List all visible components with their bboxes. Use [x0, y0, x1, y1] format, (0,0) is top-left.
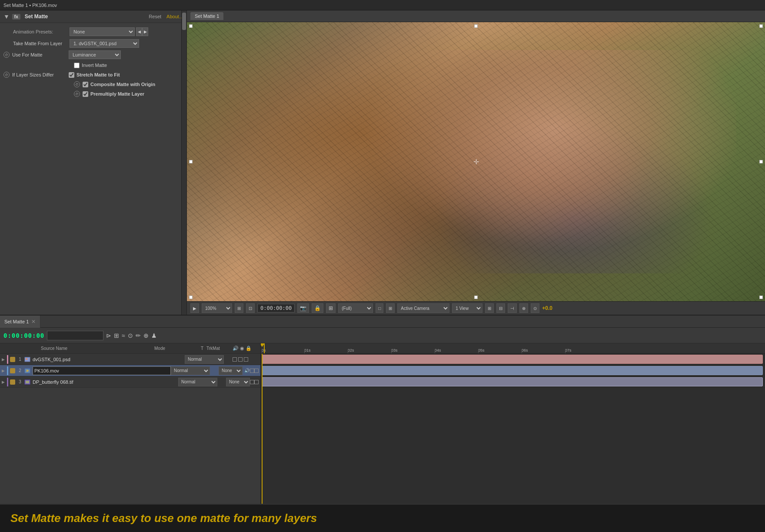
layer-2-solo-icon[interactable] — [250, 369, 254, 373]
handle-top-left[interactable] — [189, 24, 193, 28]
track-clip-2[interactable] — [262, 366, 763, 375]
timeline-search-input[interactable] — [47, 331, 103, 340]
preview-timecode[interactable]: 0:00:00:00 — [257, 304, 295, 313]
layer-3-lock-icon[interactable] — [254, 380, 259, 384]
layer-3-visibility[interactable] — [10, 379, 15, 385]
track-clip-1[interactable] — [262, 355, 763, 364]
next-preset-arrow[interactable]: ▶ — [142, 27, 148, 36]
tracks-container[interactable] — [261, 354, 765, 504]
timeline-puppet-icon[interactable]: ♟ — [151, 332, 157, 339]
fx-label[interactable]: fx — [12, 14, 20, 20]
track-clip-3[interactable] — [262, 377, 763, 386]
about-button[interactable]: About... — [166, 14, 183, 19]
quality-dropdown[interactable]: (Full) — [338, 303, 373, 313]
layer-3-num: 3 — [17, 379, 23, 384]
layer-2-expand[interactable]: ▶ — [2, 369, 7, 373]
layer-3-trk-dropdown[interactable]: None — [226, 378, 250, 386]
layer-2-lock-icon[interactable] — [254, 369, 259, 373]
layer-3-color-bar — [7, 378, 8, 386]
layer-1-visibility[interactable] — [10, 357, 15, 362]
snap-btn[interactable]: ⊕ — [519, 303, 528, 313]
handle-top-right[interactable] — [759, 24, 763, 28]
layer-1-expand[interactable]: ▶ — [2, 357, 7, 362]
layer-1-audio-icon[interactable] — [233, 357, 237, 362]
svg-rect-5 — [26, 381, 29, 383]
crosshair: ✛ — [473, 158, 479, 166]
use-for-matte-dropdown[interactable]: Luminance — [69, 50, 121, 59]
composite-matte-stopwatch[interactable]: ⏱ — [74, 81, 80, 87]
layout-btn[interactable]: ⊞ — [485, 303, 494, 313]
handle-bottom-left[interactable] — [189, 296, 193, 299]
grid-btn[interactable]: ⊞ — [326, 303, 336, 313]
handle-bottom-middle[interactable] — [474, 296, 478, 299]
fx-toggle[interactable]: ▼ fx Set Matte — [3, 13, 149, 20]
handle-top-middle[interactable] — [474, 24, 478, 28]
layer-1-mode-dropdown[interactable]: Normal — [185, 355, 224, 364]
premultiply-stopwatch[interactable]: ⏱ — [74, 91, 80, 97]
if-layer-sizes-label: If Layer Sizes Differ — [12, 72, 69, 77]
reset-button[interactable]: Reset — [149, 14, 161, 19]
preview-canvas[interactable]: ✛ — [187, 22, 765, 301]
timeline-motion-icon[interactable]: ≈ — [122, 332, 125, 339]
preview-tab-bar: Set Matte 1 — [187, 10, 765, 22]
handle-bottom-right[interactable] — [759, 296, 763, 299]
fit-frame-btn[interactable]: ⊞ — [235, 303, 243, 313]
pixel-aspect-btn[interactable]: ⊡ — [246, 303, 255, 313]
take-matte-dropdown[interactable]: 1. dvGSTK_001.psd — [70, 39, 139, 48]
layer-2-audio-icon[interactable]: 🔊 — [244, 368, 250, 374]
invert-matte-checkbox[interactable] — [74, 63, 80, 68]
animation-presets-dropdown[interactable]: None — [70, 27, 135, 36]
zoom-dropdown[interactable]: 100% — [202, 303, 232, 313]
timeline-tab[interactable]: Set Matte 1 ✕ — [0, 316, 40, 328]
prev-preset-arrow[interactable]: ◀ — [136, 27, 142, 36]
timeline-play-icon[interactable]: ⊳ — [106, 332, 111, 339]
layer-header: Source Name Mode T TrkMat 🔊 ◉ 🔒 — [0, 343, 260, 354]
ruler-mark-02s: 02s — [348, 348, 354, 352]
timeline-section: Set Matte 1 ✕ 0:00:00:00 ⊳ ⊞ ≈ ⊙ ✏ ⊕ ♟ S… — [0, 315, 765, 504]
timeline-pen-icon[interactable]: ✏ — [136, 332, 141, 339]
layer-2-name-input[interactable] — [33, 366, 171, 375]
col-header-source: Source Name — [41, 346, 154, 351]
render-btn[interactable]: 🔒 — [312, 303, 323, 313]
layer-1-lock-icon[interactable] — [244, 357, 248, 362]
layer-2-trk-dropdown[interactable]: None — [219, 366, 243, 375]
layer-panel: Source Name Mode T TrkMat 🔊 ◉ 🔒 ▶ 1 — [0, 343, 261, 504]
effect-expand-arrow[interactable]: ▼ — [3, 13, 10, 20]
animation-presets-label: Animation Presets: — [13, 29, 70, 34]
layer-row: ▶ 1 dvGSTK_001.psd Normal — [0, 354, 260, 365]
stretch-matte-checkbox[interactable] — [69, 72, 74, 78]
if-layer-stopwatch[interactable]: ⏱ — [3, 72, 10, 78]
camera-dropdown[interactable]: Active Camera — [397, 303, 449, 313]
preview-tab[interactable]: Set Matte 1 — [190, 12, 223, 20]
player-icon[interactable]: ▶ — [190, 303, 199, 313]
fast-preview-btn[interactable]: □ — [376, 303, 383, 313]
snapshot-btn[interactable]: 📷 — [297, 303, 309, 313]
timeline-camera-icon[interactable]: ⊙ — [128, 332, 133, 339]
safe-zones-btn[interactable]: ⊟ — [496, 303, 505, 313]
3d-btn[interactable]: ⊙ — [531, 303, 539, 313]
layer-2-visibility[interactable] — [10, 368, 15, 373]
animation-preset-arrows[interactable]: ◀ ▶ — [136, 27, 148, 36]
handle-middle-left[interactable] — [189, 160, 193, 163]
checkerboard-btn[interactable]: ⊞ — [386, 303, 395, 313]
layer-3-solo-icon[interactable] — [250, 380, 254, 384]
effect-scrollbar[interactable] — [181, 10, 186, 315]
timeline-render-icon[interactable]: ⊞ — [114, 332, 119, 339]
effect-scroll-thumb[interactable] — [182, 13, 186, 30]
layer-2-mode-dropdown[interactable]: Normal — [171, 366, 210, 375]
layer-1-solo-icon[interactable] — [238, 357, 243, 362]
premultiply-checkbox[interactable] — [83, 91, 88, 97]
composite-matte-checkbox[interactable] — [83, 82, 88, 87]
use-for-matte-stopwatch[interactable]: ⏱ — [3, 52, 10, 58]
ruler-tick-06s — [522, 350, 522, 353]
handle-middle-right[interactable] — [759, 160, 763, 163]
rulers-btn[interactable]: ⊣ — [508, 303, 517, 313]
timeline-anchor-icon[interactable]: ⊕ — [143, 332, 149, 339]
layer-3-expand[interactable]: ▶ — [2, 380, 7, 384]
layer-3-mode-dropdown[interactable]: Normal — [178, 378, 217, 386]
col-icon-solo: ◉ — [240, 346, 244, 351]
timeline-timecode[interactable]: 0:00:00:00 — [3, 332, 44, 339]
view-dropdown[interactable]: 1 View — [452, 303, 482, 313]
timeline-tab-close[interactable]: ✕ — [31, 319, 36, 325]
layer-row: ▶ 2 Normal None 🔊 — [0, 365, 260, 376]
